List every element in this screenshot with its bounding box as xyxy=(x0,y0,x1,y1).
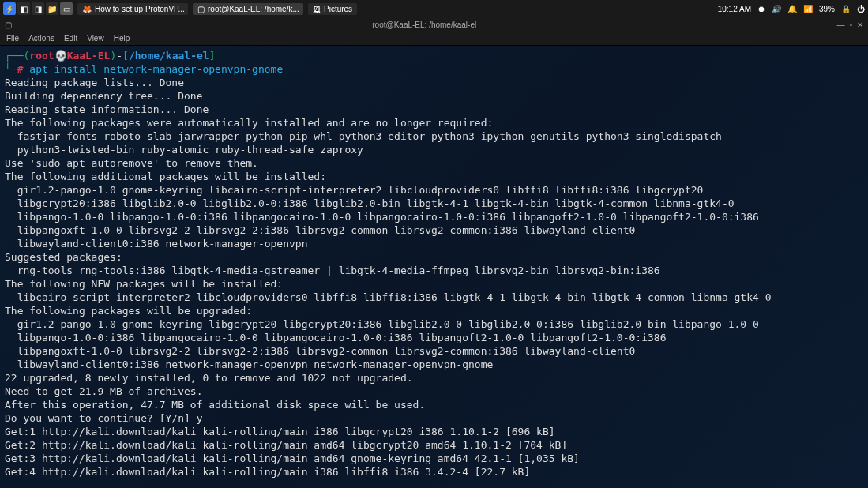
menu-view[interactable]: View xyxy=(87,34,104,43)
network-icon[interactable]: 📶 xyxy=(803,5,813,13)
output-line: Do you want to continue? [Y/n] y xyxy=(5,412,202,424)
prompt-bracket: ] xyxy=(209,50,216,62)
minimize-icon[interactable]: — xyxy=(836,21,844,29)
prompt-command: apt install network-manager-openvpn-gnom… xyxy=(29,63,283,75)
output-line: Use 'sudo apt autoremove' to remove them… xyxy=(5,157,258,169)
battery-label[interactable]: 39% xyxy=(819,5,835,13)
output-line: Reading package lists... Done xyxy=(5,77,184,88)
clock[interactable]: 10:12 AM xyxy=(718,5,751,13)
menu-edit[interactable]: Edit xyxy=(64,34,77,43)
close-icon[interactable]: ✕ xyxy=(857,21,863,29)
workspace-icon-2[interactable]: ◨ xyxy=(32,2,44,15)
terminal-titlebar[interactable]: ▢ root@KaaL-EL: /home/kaal-el — ▫ ✕ xyxy=(0,17,868,32)
prompt-host: KaaL-EL xyxy=(67,50,111,62)
menu-file[interactable]: File xyxy=(6,34,19,43)
output-line: Get:2 http://kali.download/kali kali-rol… xyxy=(5,439,567,451)
taskbar: ⚡ ◧ ◨ 📁 ▭ 🦊 How to set up ProtonVP... ▢ … xyxy=(0,0,868,17)
prompt-corner: ┌── xyxy=(5,50,23,62)
output-line: libpangoxft-1.0-0 librsvg2-2 librsvg2-2:… xyxy=(5,224,635,236)
prompt-bracket: [ xyxy=(122,50,129,62)
prompt-hash: # xyxy=(17,63,24,75)
kali-menu-icon[interactable]: ⚡ xyxy=(3,2,16,15)
output-line: The following additional packages will b… xyxy=(5,171,326,182)
taskbar-app-label: How to set up ProtonVP... xyxy=(95,5,185,13)
menu-actions[interactable]: Actions xyxy=(28,34,54,43)
taskbar-app-firefox[interactable]: 🦊 How to set up ProtonVP... xyxy=(77,3,188,15)
workspace-icon-1[interactable]: ◧ xyxy=(17,2,30,15)
taskbar-app-pictures[interactable]: 🖼 Pictures xyxy=(308,3,357,15)
terminal-body[interactable]: ┌──(root💀KaaL-EL)-[/home/kaal-el] └─# ap… xyxy=(0,46,868,488)
prompt-path: /home/kaal-el xyxy=(129,50,209,62)
output-line: libwayland-client0:i386 network-manager-… xyxy=(5,358,493,370)
record-icon[interactable]: ⏺ xyxy=(757,5,765,13)
maximize-icon[interactable]: ▫ xyxy=(849,21,852,29)
output-line: python3-twisted-bin ruby-atomic ruby-thr… xyxy=(5,144,363,156)
output-line: 22 upgraded, 8 newly installed, 0 to rem… xyxy=(5,372,413,384)
volume-icon[interactable]: 🔊 xyxy=(772,5,781,13)
lock-icon[interactable]: 🔒 xyxy=(841,5,851,13)
output-line: rng-tools rng-tools:i386 libgtk-4-media-… xyxy=(5,265,660,276)
output-line: The following packages were automaticall… xyxy=(5,117,493,129)
files-icon[interactable]: 📁 xyxy=(46,2,58,15)
output-line: libpango-1.0-0 libpango-1.0-0:i386 libpa… xyxy=(5,211,759,223)
taskbar-right: 10:12 AM ⏺ 🔊 🔔 📶 39% 🔒 ⏻ xyxy=(718,5,865,13)
prompt-user: root xyxy=(29,50,54,62)
power-icon[interactable]: ⏻ xyxy=(857,5,865,13)
skull-icon: 💀 xyxy=(54,50,67,62)
terminal-menubar: File Actions Edit View Help xyxy=(0,32,868,46)
output-line: libpango-1.0-0:i386 libpangocairo-1.0-0 … xyxy=(5,332,666,343)
output-line: Need to get 21.9 MB of archives. xyxy=(5,385,202,397)
taskbar-app-label: root@KaaL-EL: /home/k... xyxy=(208,5,299,13)
output-line: Reading state information... Done xyxy=(5,103,209,115)
desktop-icon[interactable]: ▭ xyxy=(60,2,73,15)
output-line: Get:1 http://kali.download/kali kali-rol… xyxy=(5,426,555,437)
output-line: gir1.2-pango-1.0 gnome-keyring libgcrypt… xyxy=(5,318,759,330)
taskbar-left: ⚡ ◧ ◨ 📁 ▭ 🦊 How to set up ProtonVP... ▢ … xyxy=(3,2,357,15)
output-line: Get:3 http://kali.download/kali kali-rol… xyxy=(5,452,580,464)
terminal-window: ▢ root@KaaL-EL: /home/kaal-el — ▫ ✕ File… xyxy=(0,17,868,488)
output-line: libgcrypt20:i386 libglib2.0-0 libglib2.0… xyxy=(5,197,735,209)
taskbar-app-terminal[interactable]: ▢ root@KaaL-EL: /home/k... xyxy=(193,3,303,15)
output-line: fastjar fonts-roboto-slab jarwrapper pyt… xyxy=(5,130,722,142)
menu-help[interactable]: Help xyxy=(114,34,130,43)
output-line: gir1.2-pango-1.0 gnome-keyring libcairo-… xyxy=(5,184,703,196)
output-line: libwayland-client0:i386 network-manager-… xyxy=(5,238,308,250)
titlebar-icon: ▢ xyxy=(0,21,12,29)
output-line: Building dependency tree... Done xyxy=(5,90,202,102)
window-title: root@KaaL-EL: /home/kaal-el xyxy=(12,21,836,29)
firefox-icon: 🦊 xyxy=(82,5,92,13)
output-line: The following packages will be upgraded: xyxy=(5,305,252,317)
output-line: libcairo-script-interpreter2 libcloudpro… xyxy=(5,291,772,303)
output-line: Suggested packages: xyxy=(5,251,122,263)
output-line: libpangoxft-1.0-0 librsvg2-2 librsvg2-2:… xyxy=(5,345,635,357)
pictures-icon: 🖼 xyxy=(313,5,321,13)
terminal-icon: ▢ xyxy=(197,5,205,13)
notification-icon[interactable]: 🔔 xyxy=(787,5,797,13)
output-line: After this operation, 47.7 MB of additio… xyxy=(5,399,425,411)
taskbar-app-label: Pictures xyxy=(324,5,352,13)
prompt-corner2: └─ xyxy=(5,63,17,75)
output-line: Get:4 http://kali.download/kali kali-rol… xyxy=(5,466,530,478)
output-line: The following NEW packages will be insta… xyxy=(5,278,283,290)
prompt-dash: - xyxy=(116,50,122,62)
